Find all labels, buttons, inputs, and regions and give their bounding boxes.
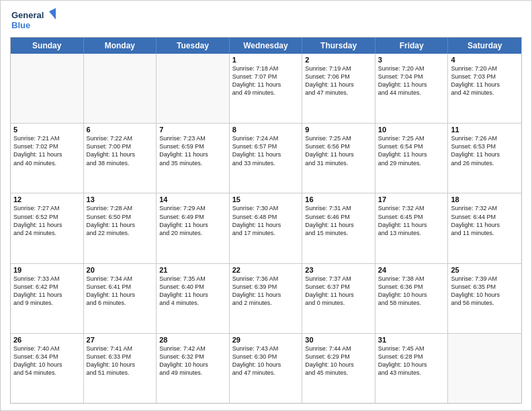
day-info: Sunrise: 7:43 AM Sunset: 6:30 PM Dayligh… — [232, 345, 300, 377]
calendar-day-27: 27Sunrise: 7:41 AM Sunset: 6:33 PM Dayli… — [84, 334, 157, 403]
day-info: Sunrise: 7:33 AM Sunset: 6:42 PM Dayligh… — [13, 275, 81, 308]
calendar-day-15: 15Sunrise: 7:30 AM Sunset: 6:48 PM Dayli… — [230, 193, 303, 263]
day-number: 14 — [159, 195, 226, 203]
day-number: 22 — [232, 266, 300, 274]
day-number: 12 — [13, 195, 81, 203]
calendar-day-20: 20Sunrise: 7:34 AM Sunset: 6:41 PM Dayli… — [84, 264, 157, 333]
day-number: 31 — [378, 336, 445, 344]
calendar-day-29: 29Sunrise: 7:43 AM Sunset: 6:30 PM Dayli… — [230, 334, 303, 403]
calendar-day-empty — [448, 334, 521, 403]
calendar-body: 1Sunrise: 7:18 AM Sunset: 7:07 PM Daylig… — [11, 54, 521, 403]
calendar-week-4: 19Sunrise: 7:33 AM Sunset: 6:42 PM Dayli… — [11, 263, 521, 333]
day-info: Sunrise: 7:26 AM Sunset: 6:53 PM Dayligh… — [451, 134, 519, 167]
header-day-saturday: Saturday — [448, 38, 521, 54]
logo: General Blue — [10, 7, 57, 33]
day-number: 26 — [13, 336, 81, 344]
day-number: 9 — [305, 126, 372, 134]
day-number: 20 — [87, 266, 154, 274]
day-info: Sunrise: 7:20 AM Sunset: 7:03 PM Dayligh… — [451, 64, 519, 97]
calendar-day-3: 3Sunrise: 7:20 AM Sunset: 7:04 PM Daylig… — [375, 54, 449, 123]
day-number: 25 — [451, 266, 519, 274]
calendar-day-25: 25Sunrise: 7:39 AM Sunset: 6:35 PM Dayli… — [448, 264, 521, 333]
calendar-day-23: 23Sunrise: 7:37 AM Sunset: 6:37 PM Dayli… — [302, 264, 375, 333]
day-number: 1 — [232, 56, 300, 64]
calendar-day-empty — [11, 54, 84, 123]
calendar-day-7: 7Sunrise: 7:23 AM Sunset: 6:59 PM Daylig… — [157, 124, 230, 193]
calendar-day-16: 16Sunrise: 7:31 AM Sunset: 6:46 PM Dayli… — [302, 193, 375, 263]
day-info: Sunrise: 7:28 AM Sunset: 6:50 PM Dayligh… — [87, 204, 154, 237]
day-number: 4 — [451, 56, 519, 64]
header-day-sunday: Sunday — [11, 38, 84, 54]
day-info: Sunrise: 7:41 AM Sunset: 6:33 PM Dayligh… — [87, 345, 154, 377]
calendar-day-5: 5Sunrise: 7:21 AM Sunset: 7:02 PM Daylig… — [11, 124, 84, 193]
calendar: SundayMondayTuesdayWednesdayThursdayFrid… — [10, 37, 522, 404]
day-number: 24 — [378, 266, 445, 274]
header-day-tuesday: Tuesday — [157, 38, 230, 54]
logo-svg: General Blue — [10, 7, 57, 33]
day-number: 3 — [378, 56, 445, 64]
calendar-day-12: 12Sunrise: 7:27 AM Sunset: 6:52 PM Dayli… — [11, 193, 84, 263]
page-header: General Blue — [10, 7, 522, 33]
day-number: 6 — [87, 126, 154, 134]
day-number: 21 — [159, 266, 226, 274]
day-info: Sunrise: 7:34 AM Sunset: 6:41 PM Dayligh… — [87, 275, 154, 308]
svg-marker-2 — [49, 8, 56, 19]
calendar-day-8: 8Sunrise: 7:24 AM Sunset: 6:57 PM Daylig… — [230, 124, 303, 193]
day-info: Sunrise: 7:27 AM Sunset: 6:52 PM Dayligh… — [13, 204, 81, 237]
calendar-day-24: 24Sunrise: 7:38 AM Sunset: 6:36 PM Dayli… — [375, 264, 449, 333]
day-info: Sunrise: 7:44 AM Sunset: 6:29 PM Dayligh… — [305, 345, 372, 377]
calendar-day-30: 30Sunrise: 7:44 AM Sunset: 6:29 PM Dayli… — [302, 334, 375, 403]
day-info: Sunrise: 7:31 AM Sunset: 6:46 PM Dayligh… — [305, 204, 372, 237]
day-info: Sunrise: 7:32 AM Sunset: 6:45 PM Dayligh… — [378, 204, 445, 237]
day-number: 7 — [159, 126, 226, 134]
day-number: 13 — [87, 195, 154, 203]
day-info: Sunrise: 7:40 AM Sunset: 6:34 PM Dayligh… — [13, 345, 81, 377]
calendar-day-18: 18Sunrise: 7:32 AM Sunset: 6:44 PM Dayli… — [448, 193, 521, 263]
day-info: Sunrise: 7:19 AM Sunset: 7:06 PM Dayligh… — [305, 64, 372, 97]
calendar-day-14: 14Sunrise: 7:29 AM Sunset: 6:49 PM Dayli… — [157, 193, 230, 263]
header-day-wednesday: Wednesday — [230, 38, 303, 54]
day-info: Sunrise: 7:21 AM Sunset: 7:02 PM Dayligh… — [13, 134, 81, 167]
header-day-friday: Friday — [375, 38, 449, 54]
calendar-day-empty — [157, 54, 230, 123]
day-number: 17 — [378, 195, 445, 203]
day-info: Sunrise: 7:22 AM Sunset: 7:00 PM Dayligh… — [87, 134, 154, 167]
calendar-day-26: 26Sunrise: 7:40 AM Sunset: 6:34 PM Dayli… — [11, 334, 84, 403]
calendar-day-17: 17Sunrise: 7:32 AM Sunset: 6:45 PM Dayli… — [375, 193, 449, 263]
day-info: Sunrise: 7:18 AM Sunset: 7:07 PM Dayligh… — [232, 64, 300, 97]
svg-text:General: General — [11, 10, 44, 20]
calendar-day-31: 31Sunrise: 7:45 AM Sunset: 6:28 PM Dayli… — [375, 334, 449, 403]
calendar-day-19: 19Sunrise: 7:33 AM Sunset: 6:42 PM Dayli… — [11, 264, 84, 333]
day-info: Sunrise: 7:29 AM Sunset: 6:49 PM Dayligh… — [159, 204, 226, 237]
day-info: Sunrise: 7:37 AM Sunset: 6:37 PM Dayligh… — [305, 275, 372, 308]
day-number: 30 — [305, 336, 372, 344]
day-info: Sunrise: 7:38 AM Sunset: 6:36 PM Dayligh… — [378, 275, 445, 308]
day-number: 16 — [305, 195, 372, 203]
day-number: 15 — [232, 195, 300, 203]
svg-text:Blue: Blue — [11, 20, 30, 30]
calendar-day-empty — [84, 54, 157, 123]
calendar-week-3: 12Sunrise: 7:27 AM Sunset: 6:52 PM Dayli… — [11, 193, 521, 263]
day-number: 29 — [232, 336, 300, 344]
calendar-day-21: 21Sunrise: 7:35 AM Sunset: 6:40 PM Dayli… — [157, 264, 230, 333]
header-day-monday: Monday — [84, 38, 157, 54]
day-number: 5 — [13, 126, 81, 134]
day-info: Sunrise: 7:32 AM Sunset: 6:44 PM Dayligh… — [451, 204, 519, 237]
day-info: Sunrise: 7:39 AM Sunset: 6:35 PM Dayligh… — [451, 275, 519, 308]
calendar-day-28: 28Sunrise: 7:42 AM Sunset: 6:32 PM Dayli… — [157, 334, 230, 403]
day-info: Sunrise: 7:35 AM Sunset: 6:40 PM Dayligh… — [159, 275, 226, 308]
day-number: 19 — [13, 266, 81, 274]
day-number: 11 — [451, 126, 519, 134]
calendar-day-4: 4Sunrise: 7:20 AM Sunset: 7:03 PM Daylig… — [448, 54, 521, 123]
day-info: Sunrise: 7:24 AM Sunset: 6:57 PM Dayligh… — [232, 134, 300, 167]
calendar-day-6: 6Sunrise: 7:22 AM Sunset: 7:00 PM Daylig… — [84, 124, 157, 193]
day-info: Sunrise: 7:25 AM Sunset: 6:56 PM Dayligh… — [305, 134, 372, 167]
calendar-day-13: 13Sunrise: 7:28 AM Sunset: 6:50 PM Dayli… — [84, 193, 157, 263]
day-info: Sunrise: 7:23 AM Sunset: 6:59 PM Dayligh… — [159, 134, 226, 167]
day-number: 28 — [159, 336, 226, 344]
day-info: Sunrise: 7:30 AM Sunset: 6:48 PM Dayligh… — [232, 204, 300, 237]
day-number: 2 — [305, 56, 372, 64]
calendar-day-9: 9Sunrise: 7:25 AM Sunset: 6:56 PM Daylig… — [302, 124, 375, 193]
calendar-day-1: 1Sunrise: 7:18 AM Sunset: 7:07 PM Daylig… — [230, 54, 303, 123]
day-info: Sunrise: 7:20 AM Sunset: 7:04 PM Dayligh… — [378, 64, 445, 97]
